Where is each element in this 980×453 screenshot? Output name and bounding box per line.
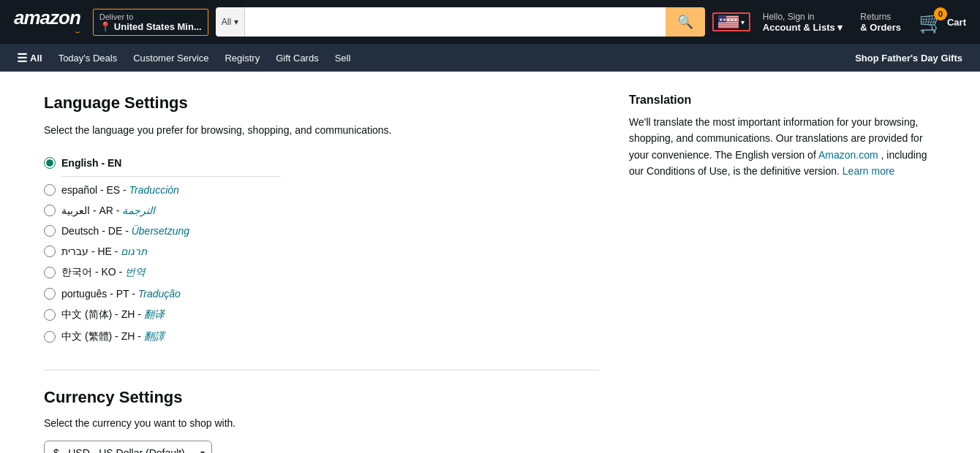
left-settings-panel: Language Settings Select the language yo… (44, 94, 600, 453)
deliver-label: Deliver to (99, 12, 202, 21)
language-radio-pt[interactable] (44, 288, 56, 300)
nav-item-registry[interactable]: Registry (216, 46, 268, 70)
navigation-bar: ☰ All Today's Deals Customer Service Reg… (0, 44, 980, 72)
language-radio-zh-simp[interactable] (44, 309, 56, 321)
nav-item-todays-deals[interactable]: Today's Deals (50, 46, 126, 70)
list-item: português - PT - Tradução (44, 283, 600, 304)
svg-text:★★★★★★: ★★★★★★ (719, 18, 739, 22)
language-label-de[interactable]: Deutsch - DE - Übersetzung (61, 225, 189, 237)
language-label-en[interactable]: English - EN (61, 157, 121, 169)
list-item: English - EN (44, 153, 600, 173)
list-item: עברית - HE - תרגום (44, 241, 600, 262)
header-top: amazon ⌣ Deliver to 📍 United States Min.… (0, 0, 980, 44)
nav-item-sell[interactable]: Sell (327, 46, 359, 70)
cart-icon-wrap: 🛒 0 (919, 10, 944, 34)
language-label-zh-trad[interactable]: 中文 (繁體) - ZH - 翻譯 (61, 330, 165, 343)
language-label-es[interactable]: español - ES - Traducción (61, 184, 179, 196)
cart-count-badge: 0 (934, 7, 947, 20)
list-item: 中文 (繁體) - ZH - 翻譯 (44, 326, 600, 348)
language-label-he[interactable]: עברית - HE - תרגום (61, 245, 147, 257)
language-radio-es[interactable] (44, 184, 56, 196)
language-settings-title: Language Settings (44, 94, 600, 113)
cart-section[interactable]: 🛒 0 Cart (913, 7, 971, 38)
account-section[interactable]: Hello, Sign in Account & Lists ▾ (758, 8, 848, 37)
nav-all-button[interactable]: ☰ All (9, 45, 50, 72)
divider-after-english (61, 176, 281, 177)
list-item: Deutsch - DE - Übersetzung (44, 221, 600, 241)
currency-select-wrapper: $ - USD - US Dollar (Default) € - EUR - … (44, 441, 212, 453)
list-item: العربية - AR - الترجمة (44, 200, 600, 221)
logo-smile: ⌣ (14, 27, 80, 36)
svg-rect-12 (718, 28, 739, 28)
search-category-select[interactable]: All ▾ (216, 7, 245, 37)
language-options-list: English - EN español - ES - Traducción ا… (44, 153, 600, 348)
returns-top-line: Returns (860, 12, 901, 22)
amazon-logo[interactable]: amazon ⌣ (9, 4, 86, 39)
logo-text: amazon (14, 8, 80, 27)
currency-settings-desc: Select the currency you want to shop wit… (44, 417, 600, 429)
svg-rect-11 (718, 26, 739, 27)
language-flag-button[interactable]: ★★★★★★ ▾ (712, 12, 750, 31)
account-bottom-line: Account & Lists ▾ (763, 22, 843, 33)
language-radio-en[interactable] (44, 157, 56, 169)
main-content: Language Settings Select the language yo… (0, 72, 980, 453)
learn-more-link[interactable]: Learn more (843, 165, 895, 177)
search-input[interactable] (245, 7, 666, 37)
category-chevron-icon: ▾ (234, 17, 238, 27)
deliver-location: 📍 United States Min... (99, 21, 202, 32)
returns-bottom-line: & Orders (860, 22, 901, 33)
language-label-ar[interactable]: العربية - AR - الترجمة (61, 205, 155, 216)
account-top-line: Hello, Sign in (763, 12, 843, 22)
svg-rect-9 (718, 24, 739, 25)
search-button[interactable]: 🔍 (666, 7, 705, 37)
list-item: español - ES - Traducción (44, 180, 600, 200)
svg-rect-10 (718, 26, 739, 26)
search-bar: All ▾ 🔍 (216, 7, 705, 37)
location-icon: 📍 (99, 21, 111, 32)
cart-label: Cart (947, 17, 966, 28)
language-radio-ko[interactable] (44, 267, 56, 278)
nav-item-customer-service[interactable]: Customer Service (125, 46, 216, 70)
nav-promo-link[interactable]: Shop Father's Day Gifts (846, 47, 971, 69)
amazon-com-link[interactable]: Amazon.com (818, 149, 878, 161)
translation-panel: Translation We'll translate the most imp… (629, 94, 936, 453)
currency-settings-title: Currency Settings (44, 388, 600, 407)
flag-chevron-icon: ▾ (741, 18, 745, 26)
language-label-zh-simp[interactable]: 中文 (简体) - ZH - 翻译 (61, 308, 165, 321)
currency-select[interactable]: $ - USD - US Dollar (Default) € - EUR - … (44, 441, 212, 453)
language-radio-he[interactable] (44, 245, 56, 257)
hamburger-icon: ☰ (17, 51, 27, 65)
language-label-pt[interactable]: português - PT - Tradução (61, 288, 181, 300)
language-radio-de[interactable] (44, 225, 56, 237)
deliver-to-box[interactable]: Deliver to 📍 United States Min... (93, 9, 208, 36)
settings-divider (44, 370, 600, 370)
nav-item-gift-cards[interactable]: Gift Cards (268, 46, 327, 70)
language-radio-ar[interactable] (44, 205, 56, 216)
translation-text-part1: We'll translate the most important infor… (629, 116, 923, 161)
language-label-ko[interactable]: 한국어 - KO - 번역 (61, 266, 146, 279)
svg-rect-7 (718, 23, 739, 23)
list-item: 한국어 - KO - 번역 (44, 262, 600, 283)
list-item: 中文 (简体) - ZH - 翻译 (44, 304, 600, 326)
svg-rect-8 (718, 23, 739, 24)
language-radio-zh-trad[interactable] (44, 331, 56, 343)
translation-panel-title: Translation (629, 94, 936, 107)
us-flag-icon: ★★★★★★ (718, 15, 739, 28)
returns-section[interactable]: Returns & Orders (855, 8, 906, 37)
translation-panel-text: We'll translate the most important infor… (629, 114, 936, 180)
nav-all-label: All (30, 53, 42, 64)
language-settings-desc: Select the language you prefer for brows… (44, 123, 600, 138)
